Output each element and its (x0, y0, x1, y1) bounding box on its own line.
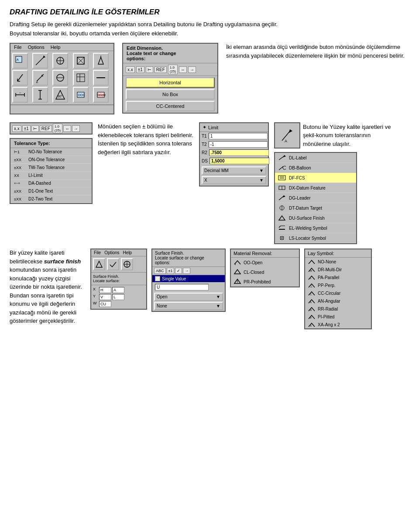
limit-header: ✦ Limit (200, 123, 268, 132)
svg-marker-3 (43, 55, 45, 58)
surface-btn[interactable]: A (274, 122, 300, 149)
sv-tb-check: ✓ (175, 268, 182, 274)
mr-item-oo[interactable]: OO-Open (231, 258, 299, 267)
sv-tb-pm: ±1 (167, 268, 175, 274)
sf-small-tool-3[interactable] (121, 258, 133, 270)
sf-item-dl[interactable]: DL-Label (275, 153, 356, 163)
sf-small-menu-file[interactable]: File (94, 250, 101, 255)
sf-icon-el (278, 225, 286, 231)
tol-tb-val: 1.0(25) (53, 124, 62, 133)
limit-input-ds[interactable] (210, 158, 269, 164)
tool-btn-5[interactable] (93, 53, 109, 69)
tol-item-tw[interactable]: ±XX TW-Two Tolerance (10, 164, 92, 172)
svg-text:90°: 90° (58, 95, 62, 98)
lay-item-pa[interactable]: = PA-Parallel (305, 273, 371, 281)
intro-text-2: Boyutsal toleranslar iki, boyutlu ortamd… (10, 30, 409, 37)
sf-item-db[interactable]: DB-Balloon (275, 163, 356, 173)
sv-dropdown-none-label: None (157, 304, 167, 308)
tool-btn-7[interactable]: ∠A (32, 70, 48, 86)
sf-item-dg[interactable]: DG-Leader (275, 193, 356, 203)
tol-icon-no: ⊢1 (14, 150, 26, 154)
tool-btn-3[interactable] (52, 53, 68, 69)
tool-btn-10[interactable] (93, 70, 109, 86)
tool-btn-delete[interactable]: Delete (93, 87, 109, 103)
menu-file[interactable]: File (14, 45, 22, 50)
tool-btn-14[interactable]: DOC (73, 87, 89, 103)
limit-title: Limit (208, 125, 218, 130)
svg-line-55 (279, 226, 281, 228)
win1-menubar: File Options Help (10, 44, 113, 51)
sv-item-single[interactable]: ✓ Single Value (152, 275, 225, 282)
edit-dim-win: Edit Dimension.Locate text or changeopti… (122, 43, 218, 114)
sf-coord-v-input[interactable] (99, 294, 111, 300)
tol-item-on[interactable]: ±XX ON-One Tolerance (10, 156, 92, 164)
lay-label-pp: PP-Perp. (318, 283, 336, 288)
sf-coord-h-input[interactable] (99, 287, 111, 293)
mr-header: Material Removal: (231, 249, 299, 258)
limit-dropdown-decimal[interactable]: Decimal MM ▼ (202, 166, 266, 175)
tool-btn-9[interactable] (73, 70, 89, 86)
tool-btn-13[interactable]: 90° (52, 87, 68, 103)
mr-item-cl[interactable]: CL-Closed (231, 267, 299, 277)
tol-label-tw: TW-Two Tolerance (28, 165, 65, 170)
tol-item-d1[interactable]: ±XX D1-One Text (10, 187, 92, 195)
limit-input-t1[interactable] (209, 133, 268, 139)
sv-value-input[interactable] (155, 284, 209, 290)
btn-cc-centered[interactable]: CC-Centered (126, 101, 215, 111)
limit-dropdown-decimal-label: Decimal MM (204, 168, 229, 173)
tool-btn-2[interactable] (32, 53, 48, 69)
mid-section: x.x ±1 ⊢ REF 1.0(25) ↔ → Tolerance Type:… (10, 122, 409, 244)
sf-small-menu-options[interactable]: Options (104, 250, 119, 255)
tool-btn-8[interactable] (52, 70, 68, 86)
sv-dropdown-open[interactable]: Open ▼ (154, 293, 223, 301)
sf-item-el[interactable]: EL-Welding Symbol (275, 223, 356, 233)
lay-item-pi[interactable]: P PI-Pitted (305, 313, 371, 321)
lay-item-pp[interactable]: ⊥ PP-Perp. (305, 281, 371, 289)
tol-icon-d1: ±XX (14, 189, 26, 193)
limit-label-t1: T1 (202, 134, 207, 138)
btn-horizontal[interactable]: Horizontal (126, 77, 215, 88)
limit-input-t2[interactable] (209, 141, 268, 148)
lay-item-an[interactable]: A AN-Angular (305, 297, 371, 305)
sf-coord-a-input[interactable] (112, 287, 124, 293)
sf-item-dx[interactable]: DX-Datum Feature (275, 183, 356, 193)
tool-btn-12[interactable] (32, 87, 48, 103)
tol-item-no[interactable]: ⊢1 NO-No Tolerance (10, 148, 92, 156)
lay-item-cc[interactable]: C CC-Circular (305, 289, 371, 297)
sf-item-df[interactable]: DF-FCS (275, 173, 356, 183)
tool-btn-6[interactable] (12, 70, 28, 86)
lay-item-no[interactable]: NO-None (305, 258, 371, 266)
menu-options[interactable]: Options (28, 45, 45, 50)
sv-label-single: Single Value (162, 276, 186, 281)
sv-dropdown-none[interactable]: None ▼ (154, 302, 223, 310)
limit-win: ✦ Limit T1 T2 R2 DS Decimal MM ▼ X ▼ (199, 122, 269, 187)
sf-item-ls[interactable]: LS-Locator Symbol (275, 233, 356, 243)
mr-item-pr[interactable]: PR-Prohibited (231, 277, 299, 287)
sf-small-tool-1[interactable] (93, 258, 105, 270)
lay-item-dr[interactable]: M DR-Multi-Dir (305, 266, 371, 273)
tool-btn-1[interactable]: A (12, 53, 28, 69)
tol-item-li[interactable]: XX LI-Limit (10, 172, 92, 180)
sf-coord-cu-input[interactable] (99, 301, 111, 307)
tol-label-on: ON-One Tolerance (28, 157, 65, 162)
limit-row-t1: T1 (200, 132, 268, 140)
sf-item-dt[interactable]: DT-Datum Target (275, 203, 356, 213)
svg-text:A: A (285, 139, 287, 143)
drafting-win: File Options Help A ∠A (10, 43, 114, 114)
lay-item-xa[interactable]: X XA-Ang x 2 (305, 321, 371, 328)
menu-help[interactable]: Help (51, 45, 61, 50)
tool-btn-11[interactable]: ↔ (12, 87, 28, 103)
tol-item-da[interactable]: ×−× DA-Dashed (10, 180, 92, 187)
sf-coord-l-input[interactable] (112, 294, 124, 300)
tol-tb-ref: REF (40, 125, 52, 132)
tool-btn-4[interactable] (73, 53, 89, 69)
mr-icon-oo (234, 259, 241, 266)
limit-dropdown-x[interactable]: X ▼ (202, 176, 266, 184)
sf-item-du[interactable]: DU-Surface Finish (275, 213, 356, 223)
sf-small-tool-2[interactable] (107, 258, 119, 270)
sf-small-menu-help[interactable]: Help (123, 250, 132, 255)
btn-no-box[interactable]: No Box (126, 89, 215, 100)
tol-item-d2[interactable]: ±XX D2-Two Text (10, 195, 92, 203)
limit-input-r2[interactable] (209, 149, 269, 156)
lay-item-rr[interactable]: R RR-Radial (305, 305, 371, 313)
